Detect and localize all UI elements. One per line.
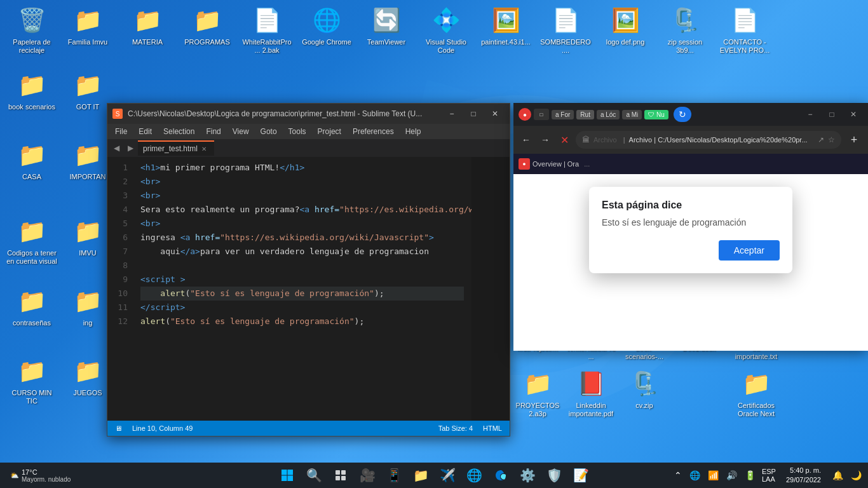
tab-close-btn[interactable]: ✕ [201, 146, 207, 152]
desktop-icon-paintinet[interactable]: 🖼️ paintinet.43.i1... [480, 5, 531, 46]
tray-network[interactable]: 🌐 [688, 469, 702, 482]
browser-refresh-btn[interactable]: ↻ [674, 107, 691, 122]
tab-nav-prev[interactable]: ◀ [110, 142, 123, 154]
minimize-button[interactable]: − [442, 107, 461, 120]
desktop-icon-materia[interactable]: 📁 MATERIA [122, 5, 173, 46]
taskbar-telegram-btn[interactable]: ✈️ [436, 464, 459, 487]
notification-bell[interactable]: 🔔 [831, 469, 844, 482]
taskbar-weather[interactable]: ⛅ 17°C Mayorm. nublado [5, 468, 76, 483]
code-editor-area[interactable]: 1 2 3 4 5 6 7 8 9 10 11 12 <h1>mi primer… [107, 157, 510, 421]
svg-rect-4 [281, 476, 287, 482]
start-button[interactable] [276, 464, 299, 487]
code-lines[interactable]: <h1>mi primer programa HTML!</h1> <br> <… [133, 157, 471, 421]
desktop-icon-book-scenarios[interactable]: 📁 book scenarios [6, 70, 57, 111]
desktop-icon-teamviewer[interactable]: 🔄 TeamViewer [361, 5, 412, 46]
browser-close-btn[interactable]: ✕ [844, 108, 863, 121]
proyectos-label: PROYECTOS 2.a3p [512, 402, 563, 418]
browser-reload-btn[interactable]: ✕ [557, 132, 572, 147]
desktop-icon-contrasenas[interactable]: 📁 contraseñas [6, 286, 57, 327]
menu-tools[interactable]: Tools [283, 126, 311, 137]
browser-new-tab-btn[interactable]: + [845, 132, 863, 147]
tray-battery[interactable]: 🔋 [743, 469, 757, 482]
menu-preferences[interactable]: Preferences [348, 126, 399, 137]
desktop-icon-casa[interactable]: 📁 CASA [6, 140, 57, 181]
desktop-icon-juegos[interactable]: 📁 JUEGOS [62, 356, 113, 397]
desktop-icon-cv-zip[interactable]: 🗜️ cv.zip [619, 369, 670, 410]
browser-back-btn[interactable]: ← [519, 132, 534, 147]
taskbar-browser-btn[interactable]: 🌐 [463, 464, 485, 487]
browser-tab-nu[interactable]: 🛡 Nu [644, 110, 668, 119]
desktop-icon-linkedin[interactable]: 📕 Linkeddin importante.pdf [566, 369, 616, 418]
language-indicator[interactable]: ESP LAA [762, 468, 776, 483]
taskbar-office-btn[interactable]: ⚙️ [516, 464, 539, 487]
desktop-icon-importan[interactable]: 📁 IMPORTAN [62, 140, 113, 181]
logo-def-label: logo def.png [600, 38, 651, 46]
taskbar-widgets-btn[interactable]: 🎥 [356, 464, 379, 487]
taskbar-phone-btn[interactable]: 📱 [383, 464, 405, 487]
taskbar-explorer-btn[interactable]: 📁 [409, 464, 432, 487]
menu-edit[interactable]: Edit [133, 126, 157, 137]
alert-accept-button[interactable]: Aceptar [719, 240, 780, 261]
alert-message: Esto sí es lenguaje de programación [602, 217, 780, 227]
desktop-icon-sombrero[interactable]: 📄 SOMBREDERO.... [540, 5, 591, 55]
weather-icon: ⛅ [10, 471, 19, 480]
browser-window: ● □ a For Rut a Lóc a Mi 🛡 Nu ↻ − □ ✕ [513, 103, 868, 351]
taskbar-clock[interactable]: 5:40 p. m. 29/07/2022 [781, 466, 826, 485]
tray-chevron[interactable]: ⌃ [673, 469, 683, 482]
overview-label: Overview | Ora [532, 160, 579, 168]
desktop-icon-recycle-bin[interactable]: 🗑️ Papelera de reciclaje [6, 5, 57, 55]
menu-find[interactable]: Find [201, 126, 226, 137]
desktop-icon-codigos[interactable]: 📁 Codigos a tener en cuenta visual [6, 216, 57, 266]
menu-file[interactable]: File [110, 126, 132, 137]
browser-tab-loc[interactable]: a Lóc [597, 110, 620, 119]
menu-help[interactable]: Help [400, 126, 426, 137]
desktop-icon-vscode[interactable]: 💠 Visual Studio Code [421, 5, 471, 55]
browser-tab-for[interactable]: a For [552, 110, 574, 119]
maximize-button[interactable]: □ [464, 107, 483, 120]
menu-project[interactable]: Project [313, 126, 346, 137]
search-button[interactable]: 🔍 [302, 464, 325, 487]
sublime-text-window: S C:\Users\Nicolas\Desktop\Logica de pro… [107, 103, 510, 437]
desktop-icon-chrome[interactable]: 🌐 Google Chrome [301, 5, 352, 46]
desktop-icon-white-rabbit[interactable]: 📄 WhiteRabbitPro... 2.bak [241, 5, 292, 55]
browser-address-bar[interactable]: 🏛 Archivo | Archivo | C:/Users/Nicolas/D… [576, 131, 841, 149]
browser-tab-rut[interactable]: Rut [576, 110, 594, 119]
taskbar-notes-btn[interactable]: 📝 [569, 464, 592, 487]
browser-forward-btn[interactable]: → [538, 132, 553, 147]
taskbar-edge-btn[interactable] [489, 464, 512, 487]
desktop-icon-proyectos[interactable]: 📁 PROYECTOS 2.a3p [512, 369, 563, 418]
desktop-icon-ing[interactable]: 📁 ing [62, 286, 113, 327]
desktop-icon-zip-session[interactable]: 🗜️ zip session 3b9... [660, 5, 710, 55]
taskbar-corel-btn[interactable]: 🛡️ [543, 464, 566, 487]
desktop-icon-got-it[interactable]: 📁 GOT IT [62, 70, 113, 111]
desktop-icon-curso-min[interactable]: 📁 CURSO MIN TIC [6, 356, 57, 405]
desktop-icon-programas[interactable]: 📁 PROGRAMAS [182, 5, 233, 46]
menu-goto[interactable]: Goto [255, 126, 282, 137]
browser-tab-mi[interactable]: a Mi [622, 110, 642, 119]
alert-footer: Aceptar [602, 240, 780, 261]
tray-wifi[interactable]: 📶 [707, 469, 720, 482]
editor-tab-primer-test[interactable]: primer_test.html ✕ [138, 140, 214, 156]
sombrero-icon: 📄 [550, 5, 581, 36]
desktop-icon-certificados[interactable]: 📁 Certificados Oracle Next [731, 369, 782, 418]
close-button[interactable]: ✕ [485, 107, 505, 120]
menu-view[interactable]: View [227, 126, 254, 137]
browser-maximize-btn[interactable]: □ [822, 108, 841, 121]
desktop-icon-logo-def[interactable]: 🖼️ logo def.png [600, 5, 651, 46]
tray-volume[interactable]: 🔊 [725, 469, 738, 482]
night-mode-icon[interactable]: 🌙 [850, 469, 863, 482]
tab-nav-next[interactable]: ▶ [124, 142, 137, 154]
familia-imvu-icon: 📁 [72, 5, 103, 36]
curso-min-icon: 📁 [17, 356, 47, 386]
desktop-icon-imvu[interactable]: 📁 IMVU [62, 216, 113, 257]
menu-selection[interactable]: Selection [158, 126, 200, 137]
browser-minimize-btn[interactable]: − [801, 108, 820, 121]
logo-def-icon: 🖼️ [610, 5, 641, 36]
sublime-menu-bar: File Edit Selection Find View Goto Tools… [107, 124, 510, 139]
task-view-button[interactable] [329, 464, 352, 487]
browser-bookmarks-bar: ● Overview | Ora ... [513, 154, 868, 174]
edge-icon [494, 469, 507, 482]
desktop-icon-familia-imvu[interactable]: 📁 Familia Imvu [62, 5, 113, 46]
desktop-icon-contacto[interactable]: 📄 CONTACTO -EVELYN PRO... [719, 5, 770, 55]
address-lock-icon: 🏛 [582, 135, 590, 144]
